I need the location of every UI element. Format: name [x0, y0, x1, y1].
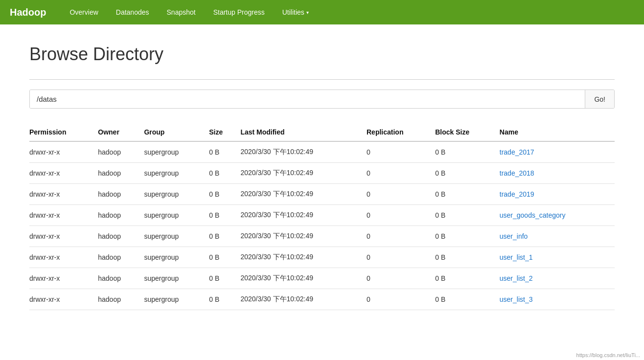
cell-owner: hadoop: [98, 141, 144, 163]
cell-last-modified: 2020/3/30 下午10:02:49: [240, 141, 367, 163]
directory-link[interactable]: trade_2019: [500, 190, 534, 198]
col-permission: Permission: [29, 123, 98, 141]
table-row: drwxr-xr-xhadoopsupergroup0 B2020/3/30 下…: [29, 163, 615, 184]
cell-last-modified: 2020/3/30 下午10:02:49: [240, 184, 367, 205]
cell-block-size: 0 B: [435, 184, 500, 205]
cell-group: supergroup: [144, 205, 209, 226]
col-size: Size: [209, 123, 240, 141]
cell-last-modified: 2020/3/30 下午10:02:49: [240, 247, 367, 268]
nav-link-startup-progress[interactable]: Startup Progress: [205, 1, 274, 23]
cell-size: 0 B: [209, 247, 240, 268]
cell-name[interactable]: user_info: [500, 226, 615, 247]
cell-permission: drwxr-xr-x: [29, 226, 98, 247]
cell-group: supergroup: [144, 247, 209, 268]
directory-link[interactable]: trade_2017: [500, 148, 534, 156]
cell-group: supergroup: [144, 268, 209, 289]
cell-replication: 0: [367, 141, 435, 163]
go-button[interactable]: Go!: [585, 90, 614, 108]
nav-link-snapshot[interactable]: Snapshot: [158, 1, 205, 23]
cell-block-size: 0 B: [435, 163, 500, 184]
cell-last-modified: 2020/3/30 下午10:02:49: [240, 268, 367, 289]
cell-replication: 0: [367, 247, 435, 268]
directory-link[interactable]: user_info: [500, 232, 528, 240]
search-bar: Go!: [29, 90, 615, 109]
cell-last-modified: 2020/3/30 下午10:02:49: [240, 226, 367, 247]
cell-name[interactable]: trade_2018: [500, 163, 615, 184]
cell-replication: 0: [367, 268, 435, 289]
col-name: Name: [500, 123, 615, 141]
page-title: Browse Directory: [29, 44, 615, 65]
cell-replication: 0: [367, 163, 435, 184]
nav-link-utilities[interactable]: Utilities ▾: [274, 1, 318, 23]
cell-size: 0 B: [209, 163, 240, 184]
col-replication: Replication: [367, 123, 435, 141]
nav-item-overview: Overview: [61, 1, 107, 23]
cell-block-size: 0 B: [435, 268, 500, 289]
nav-item-snapshot: Snapshot: [158, 1, 205, 23]
cell-block-size: 0 B: [435, 226, 500, 247]
cell-owner: hadoop: [98, 205, 144, 226]
cell-name[interactable]: user_goods_category: [500, 205, 615, 226]
cell-group: supergroup: [144, 141, 209, 163]
cell-owner: hadoop: [98, 268, 144, 289]
cell-group: supergroup: [144, 163, 209, 184]
cell-permission: drwxr-xr-x: [29, 268, 98, 289]
path-input[interactable]: [30, 90, 585, 108]
table-row: drwxr-xr-xhadoopsupergroup0 B2020/3/30 下…: [29, 247, 615, 268]
cell-size: 0 B: [209, 184, 240, 205]
cell-name[interactable]: user_list_2: [500, 268, 615, 289]
cell-owner: hadoop: [98, 226, 144, 247]
main-content: Browse Directory Go! Permission Owner Gr…: [0, 24, 644, 330]
col-owner: Owner: [98, 123, 144, 141]
table-row: drwxr-xr-xhadoopsupergroup0 B2020/3/30 下…: [29, 205, 615, 226]
col-group: Group: [144, 123, 209, 141]
cell-last-modified: 2020/3/30 下午10:02:49: [240, 163, 367, 184]
nav-item-startup-progress: Startup Progress: [205, 1, 274, 23]
cell-permission: drwxr-xr-x: [29, 289, 98, 310]
cell-replication: 0: [367, 184, 435, 205]
cell-name[interactable]: trade_2017: [500, 141, 615, 163]
nav-item-datanodes: Datanodes: [107, 1, 158, 23]
directory-link[interactable]: user_goods_category: [500, 211, 566, 219]
table-body: drwxr-xr-xhadoopsupergroup0 B2020/3/30 下…: [29, 141, 615, 310]
cell-owner: hadoop: [98, 289, 144, 310]
cell-name[interactable]: user_list_1: [500, 247, 615, 268]
cell-size: 0 B: [209, 141, 240, 163]
cell-permission: drwxr-xr-x: [29, 247, 98, 268]
nav-link-utilities-label: Utilities: [282, 8, 304, 16]
cell-permission: drwxr-xr-x: [29, 184, 98, 205]
nav-links: Overview Datanodes Snapshot Startup Prog…: [61, 1, 317, 23]
table-row: drwxr-xr-xhadoopsupergroup0 B2020/3/30 下…: [29, 289, 615, 310]
table-header-row: Permission Owner Group Size Last Modifie…: [29, 123, 615, 141]
nav-link-overview[interactable]: Overview: [61, 1, 107, 23]
cell-block-size: 0 B: [435, 247, 500, 268]
cell-block-size: 0 B: [435, 141, 500, 163]
nav-brand[interactable]: Hadoop: [10, 7, 46, 18]
col-last-modified: Last Modified: [240, 123, 367, 141]
cell-replication: 0: [367, 289, 435, 310]
cell-permission: drwxr-xr-x: [29, 141, 98, 163]
cell-owner: hadoop: [98, 184, 144, 205]
table-row: drwxr-xr-xhadoopsupergroup0 B2020/3/30 下…: [29, 141, 615, 163]
cell-group: supergroup: [144, 226, 209, 247]
directory-link[interactable]: user_list_1: [500, 253, 533, 261]
dropdown-arrow-icon: ▾: [306, 10, 309, 15]
cell-name[interactable]: trade_2019: [500, 184, 615, 205]
cell-size: 0 B: [209, 289, 240, 310]
cell-group: supergroup: [144, 184, 209, 205]
cell-group: supergroup: [144, 289, 209, 310]
directory-link[interactable]: user_list_3: [500, 295, 533, 303]
directory-link[interactable]: user_list_2: [500, 274, 533, 282]
table-row: drwxr-xr-xhadoopsupergroup0 B2020/3/30 下…: [29, 226, 615, 247]
nav-link-datanodes[interactable]: Datanodes: [107, 1, 158, 23]
cell-block-size: 0 B: [435, 205, 500, 226]
cell-replication: 0: [367, 205, 435, 226]
col-block-size: Block Size: [435, 123, 500, 141]
cell-replication: 0: [367, 226, 435, 247]
cell-last-modified: 2020/3/30 下午10:02:49: [240, 205, 367, 226]
cell-last-modified: 2020/3/30 下午10:02:49: [240, 289, 367, 310]
directory-link[interactable]: trade_2018: [500, 169, 534, 177]
cell-owner: hadoop: [98, 163, 144, 184]
table-row: drwxr-xr-xhadoopsupergroup0 B2020/3/30 下…: [29, 268, 615, 289]
cell-name[interactable]: user_list_3: [500, 289, 615, 310]
